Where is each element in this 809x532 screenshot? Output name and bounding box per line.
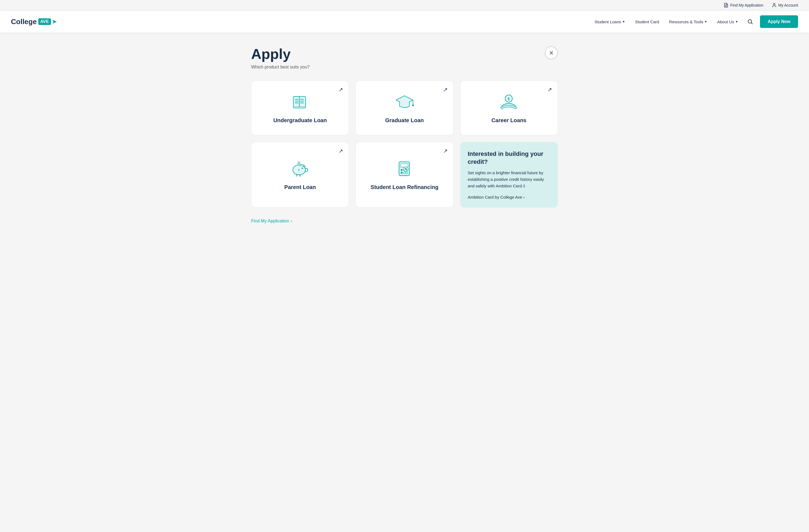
nav-student-card[interactable]: Student Card xyxy=(631,17,663,26)
credit-building-card[interactable]: Interested in building your credit? Set … xyxy=(460,142,558,208)
nav-resources-tools[interactable]: Resources & Tools ▼ xyxy=(665,17,711,26)
svg-point-38 xyxy=(406,169,407,170)
page-title: Apply xyxy=(251,46,309,62)
logo-college-text: College xyxy=(11,18,37,26)
parent-loan-title: Parent Loan xyxy=(284,184,316,190)
document-icon xyxy=(724,3,728,8)
search-icon xyxy=(747,19,753,25)
graduation-cap-icon xyxy=(395,92,414,112)
header: College AVE ➤ Student Loans ▼ Student Ca… xyxy=(0,11,809,33)
my-account-text: My Account xyxy=(778,3,798,7)
find-application-link[interactable]: Find My Application xyxy=(724,3,763,8)
calculator-icon xyxy=(395,159,414,178)
chevron-down-icon-2: ▼ xyxy=(704,20,707,23)
page-header-text: Apply Which product best suits you? xyxy=(251,46,309,70)
career-loans-card[interactable]: ↗ $ Career Loans xyxy=(460,81,558,135)
svg-point-18 xyxy=(412,105,414,106)
arrow-icon: ↗ xyxy=(339,86,343,93)
main-nav: Student Loans ▼ Student Card Resources &… xyxy=(591,17,742,26)
nav-about-us-label: About Us xyxy=(717,19,734,24)
nav-about-us[interactable]: About Us ▼ xyxy=(713,17,742,26)
svg-point-2 xyxy=(773,3,775,5)
svg-point-35 xyxy=(406,172,408,174)
svg-point-22 xyxy=(302,168,303,169)
logo-ave-text: AVE xyxy=(38,18,51,25)
logo[interactable]: College AVE ➤ xyxy=(11,18,57,26)
svg-rect-29 xyxy=(401,164,408,167)
credit-card-title: Interested in building your credit? xyxy=(468,150,550,166)
chevron-down-icon: ▼ xyxy=(622,20,625,23)
page-header: Apply Which product best suits you? xyxy=(251,46,558,70)
arrow-icon: ↗ xyxy=(443,148,448,154)
svg-point-34 xyxy=(403,172,405,174)
user-icon xyxy=(772,3,777,8)
top-bar: Find My Application My Account xyxy=(0,0,809,11)
undergraduate-loan-title: Undergraduate Loan xyxy=(273,117,327,123)
find-my-application-link[interactable]: Find My Application › xyxy=(251,219,558,224)
ambition-card-link-text: Ambition Card by College Ave xyxy=(468,195,522,200)
refinancing-card[interactable]: ↗ Student Loan Refi xyxy=(356,142,453,208)
ambition-card-link[interactable]: Ambition Card by College Ave › xyxy=(468,195,550,200)
cards-grid: ↗ Undergraduate Loan ↗ xyxy=(251,81,558,208)
nav-resources-tools-label: Resources & Tools xyxy=(669,19,703,24)
graduate-loan-card[interactable]: ↗ Graduate Loan xyxy=(356,81,453,135)
apply-now-button[interactable]: Apply Now xyxy=(760,15,798,28)
chevron-down-icon-3: ▼ xyxy=(735,20,738,23)
hand-money-icon: $ xyxy=(499,92,518,112)
my-account-link[interactable]: My Account xyxy=(772,3,798,8)
svg-point-33 xyxy=(401,172,403,174)
graduate-loan-title: Graduate Loan xyxy=(385,117,424,123)
book-icon xyxy=(291,92,310,112)
nav-student-loans-label: Student Loans xyxy=(595,19,621,24)
chevron-right-icon-bottom: › xyxy=(291,219,292,224)
svg-text:$: $ xyxy=(508,97,510,101)
arrow-icon: ↗ xyxy=(339,148,343,154)
svg-point-26 xyxy=(298,162,300,164)
svg-line-4 xyxy=(752,23,753,24)
page-subtitle: Which product best suits you? xyxy=(251,65,309,70)
piggy-bank-icon: $ xyxy=(291,159,310,178)
chevron-right-icon: › xyxy=(523,195,525,200)
credit-card-description: Set sights on a brighter financial futur… xyxy=(468,170,550,189)
nav-student-loans[interactable]: Student Loans ▼ xyxy=(591,17,629,26)
svg-text:$: $ xyxy=(298,169,299,171)
search-button[interactable] xyxy=(745,16,756,27)
undergraduate-loan-card[interactable]: ↗ Undergraduate Loan xyxy=(251,81,349,135)
arrow-icon: ↗ xyxy=(443,86,448,93)
close-icon xyxy=(549,50,554,56)
nav-student-card-label: Student Card xyxy=(635,19,659,24)
parent-loan-card[interactable]: ↗ $ Parent Loan xyxy=(251,142,349,208)
close-button[interactable] xyxy=(545,46,558,59)
svg-point-30 xyxy=(401,169,403,171)
find-application-text: Find My Application xyxy=(730,3,763,7)
main-content: Apply Which product best suits you? ↗ xyxy=(240,33,569,240)
svg-rect-15 xyxy=(293,107,306,108)
career-loans-title: Career Loans xyxy=(491,117,527,123)
arrow-icon: ↗ xyxy=(548,86,552,93)
find-my-application-text: Find My Application xyxy=(251,219,289,224)
svg-point-37 xyxy=(405,168,406,169)
logo-arrow-icon: ➤ xyxy=(52,18,57,25)
refinancing-title: Student Loan Refinancing xyxy=(371,184,438,190)
